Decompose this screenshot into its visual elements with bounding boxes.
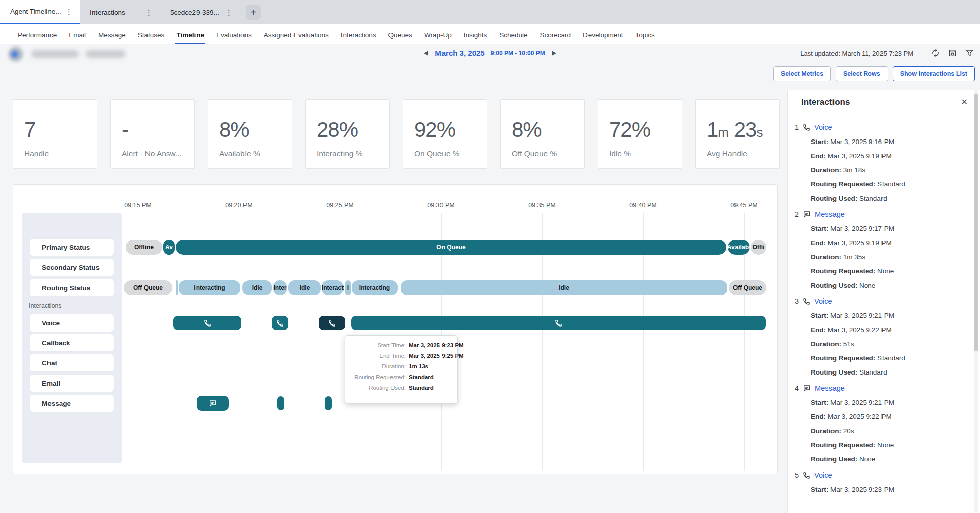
browser-tab-2[interactable]: Interactions⋮ xyxy=(80,0,160,24)
row-label-primary-status[interactable]: Primary Status xyxy=(30,239,114,256)
metric-card: 92%On Queue % xyxy=(403,99,487,169)
interaction-details: Start: Mar 3, 2025 9:23 PM xyxy=(811,486,980,493)
interaction-tooltip: Start Time:Mar 3, 2025 9:23 PMEnd Time:M… xyxy=(345,335,458,404)
next-date-icon[interactable] xyxy=(551,50,557,57)
routing-status-segment[interactable] xyxy=(176,280,178,295)
routing-status-segment[interactable]: Idle xyxy=(242,280,272,295)
metric-value: - xyxy=(122,118,128,142)
app-nav-tabs: PerformanceEmailMessageStatusesTimelineE… xyxy=(0,24,980,44)
tab-wrap-up[interactable]: Wrap-Up xyxy=(423,31,453,44)
interaction-link-voice[interactable]: Voice xyxy=(814,297,832,305)
voice-segment-phone[interactable] xyxy=(319,316,345,330)
primary-status-segment[interactable]: Availabl xyxy=(728,240,750,255)
tab-scorecard[interactable]: Scorecard xyxy=(538,31,572,44)
date-label[interactable]: March 3, 2025 xyxy=(435,49,484,57)
row-label-message[interactable]: Message xyxy=(30,395,114,412)
select-metrics-button[interactable]: Select Metrics xyxy=(773,66,831,81)
routing-status-segment[interactable]: I xyxy=(345,280,351,295)
tab-evaluations[interactable]: Evaluations xyxy=(215,31,253,44)
show-interactions-list-button[interactable]: Show Interactions List xyxy=(893,66,975,81)
tab-statuses[interactable]: Statuses xyxy=(137,31,166,44)
routing-status-segment[interactable]: Interact xyxy=(322,280,344,295)
voice-segment-phone[interactable] xyxy=(351,316,766,330)
browser-tab-title: Agent Timeline... xyxy=(10,8,61,15)
tooltip-row: Start Time:Mar 3, 2025 9:23 PM xyxy=(349,342,452,348)
interaction-link-voice[interactable]: Voice xyxy=(814,123,832,131)
primary-status-segment[interactable]: Av xyxy=(163,240,175,255)
tab-menu-icon[interactable]: ⋮ xyxy=(64,6,74,17)
tooltip-label: Start Time: xyxy=(349,342,406,348)
metric-card: 72%Idle % xyxy=(598,99,682,169)
routing-status-segment[interactable]: Off Queue xyxy=(729,280,766,295)
metric-value: 7 xyxy=(24,118,35,142)
tab-schedule[interactable]: Schedule xyxy=(498,31,528,44)
routing-status-segment[interactable]: Interacting xyxy=(179,280,240,295)
interaction-link-message[interactable]: Message xyxy=(815,210,845,218)
metric-unit: m xyxy=(718,125,728,140)
voice-segment-phone[interactable] xyxy=(173,316,241,330)
tab-message[interactable]: Message xyxy=(97,31,127,44)
tab-interactions[interactable]: Interactions xyxy=(340,31,377,44)
interaction-index: 4 xyxy=(795,384,799,392)
panel-scrollbar-thumb[interactable] xyxy=(974,94,978,351)
tab-timeline[interactable]: Timeline xyxy=(175,31,205,44)
previous-date-icon[interactable] xyxy=(423,50,429,57)
refresh-icon[interactable] xyxy=(930,48,940,58)
row-label-email[interactable]: Email xyxy=(30,375,114,392)
voice-segment-phone[interactable] xyxy=(272,316,288,330)
row-label-chat[interactable]: Chat xyxy=(30,354,114,371)
tab-queues[interactable]: Queues xyxy=(387,31,413,44)
message-segment-message[interactable] xyxy=(197,396,229,411)
tooltip-label: Routing Requested: xyxy=(349,374,406,380)
select-rows-button[interactable]: Select Rows xyxy=(836,66,888,81)
primary-status-segment[interactable]: On Queue xyxy=(176,240,726,255)
row-label-callback[interactable]: Callback xyxy=(30,334,114,351)
routing-status-segment[interactable]: Interacting xyxy=(352,280,398,295)
interaction-entry-title: 5Voice xyxy=(795,471,980,479)
metric-cards: 7Handle-Alert - No Answ...8%Available %2… xyxy=(13,99,780,169)
metric-label: Alert - No Answ... xyxy=(122,149,182,158)
interaction-link-voice[interactable]: Voice xyxy=(814,471,832,479)
interaction-link-message[interactable]: Message xyxy=(815,384,845,392)
metric-card: 8%Off Queue % xyxy=(500,99,585,169)
interaction-details: Start: Mar 3, 2025 9:21 PMEnd: Mar 3, 20… xyxy=(811,399,980,463)
interaction-entry: 2MessageStart: Mar 3, 2025 9:17 PMEnd: M… xyxy=(795,210,980,289)
tooltip-value: Mar 3, 2025 9:25 PM xyxy=(409,353,464,359)
interaction-entry-title: 3Voice xyxy=(795,297,980,305)
tab-divider xyxy=(240,7,240,18)
metric-label: Idle % xyxy=(609,149,631,158)
routing-status-segment[interactable]: Idle xyxy=(401,280,727,295)
tooltip-label: Duration: xyxy=(349,363,406,369)
new-tab-button[interactable]: + xyxy=(246,5,261,20)
browser-tab-3[interactable]: 5cedce29-339...⋮ xyxy=(160,0,240,24)
message-segment[interactable] xyxy=(325,396,332,410)
voice-icon xyxy=(803,472,810,479)
tab-assigned-evaluations[interactable]: Assigned Evaluations xyxy=(263,31,330,44)
browser-tab-1[interactable]: Agent Timeline...⋮ xyxy=(0,0,80,24)
message-segment[interactable] xyxy=(277,396,284,410)
filter-icon[interactable] xyxy=(965,48,974,58)
tab-menu-icon[interactable]: ⋮ xyxy=(144,7,154,18)
tab-performance[interactable]: Performance xyxy=(17,31,58,44)
primary-status-segment[interactable]: Offli xyxy=(751,240,766,255)
tab-email[interactable]: Email xyxy=(68,31,87,44)
interaction-detail: Routing Requested: None xyxy=(811,441,980,449)
row-label-routing-status[interactable]: Routing Status xyxy=(30,279,114,296)
interaction-detail: Routing Requested: Standard xyxy=(811,354,980,362)
row-label-secondary-status[interactable]: Secondary Status xyxy=(30,259,114,276)
tab-menu-icon[interactable]: ⋮ xyxy=(224,7,234,18)
routing-status-segment[interactable]: Inter xyxy=(273,280,287,295)
voice-icon xyxy=(803,124,810,131)
save-icon[interactable] xyxy=(948,48,957,58)
close-icon[interactable]: ✕ xyxy=(959,97,970,107)
primary-status-segment[interactable]: Offline xyxy=(126,240,162,255)
tab-insights[interactable]: Insights xyxy=(463,31,488,44)
tab-topics[interactable]: Topics xyxy=(634,31,656,44)
routing-status-segment[interactable]: Idle xyxy=(288,280,321,295)
panel-scrollbar[interactable] xyxy=(974,90,978,513)
tab-development[interactable]: Development xyxy=(582,31,624,44)
routing-status-segment[interactable]: Off Queue xyxy=(124,280,172,295)
row-label-voice[interactable]: Voice xyxy=(30,314,114,332)
interaction-details: Start: Mar 3, 2025 9:21 PMEnd: Mar 3, 20… xyxy=(811,312,980,376)
message-icon xyxy=(209,399,217,407)
